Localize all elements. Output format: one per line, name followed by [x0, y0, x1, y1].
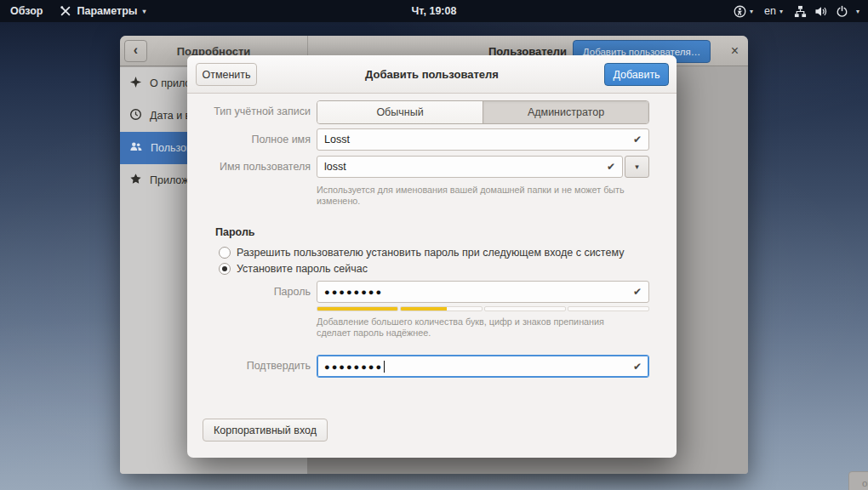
add-user-dialog: Добавить пользователя Отменить Добавить …	[187, 55, 677, 458]
confirm-password-value: ●●●●●●●●	[324, 362, 383, 372]
strength-segment	[568, 306, 649, 311]
chevron-down-icon: ▾	[779, 8, 783, 15]
username-label: Имя пользователя	[187, 161, 311, 173]
password-input[interactable]: ●●●●●●●● ✔	[317, 281, 649, 303]
check-icon: ✔	[633, 134, 642, 145]
username-input[interactable]: losst ✔	[317, 156, 623, 178]
sparkle-icon	[129, 76, 142, 91]
app-menu[interactable]: Параметры ▾	[60, 5, 146, 17]
volume-icon	[814, 5, 828, 18]
account-type-toggle: Обычный Администратор	[317, 100, 649, 124]
account-type-standard[interactable]: Обычный	[317, 101, 483, 123]
password-strength-meter	[317, 306, 649, 311]
clock-icon	[129, 108, 142, 123]
radio-set-at-next-login-label[interactable]: Разрешить пользователю установить пароль…	[237, 247, 624, 259]
radio-set-password-now[interactable]	[219, 263, 231, 275]
username-hint: Используется для именования вашей домашн…	[317, 185, 649, 207]
chevron-down-icon: ▾	[635, 162, 639, 171]
power-icon	[836, 5, 848, 18]
radio-set-password-now-label[interactable]: Установите пароль сейчас	[237, 263, 368, 275]
cancel-button[interactable]: Отменить	[196, 63, 257, 86]
keyboard-layout-label: en	[764, 5, 776, 17]
system-status-menu[interactable]: ▾	[794, 5, 859, 18]
strength-segment	[400, 306, 482, 311]
check-icon: ✔	[607, 161, 615, 173]
accessibility-icon	[734, 5, 746, 18]
star-icon	[129, 173, 142, 188]
dialog-title: Добавить пользователя	[187, 55, 677, 93]
strength-segment	[484, 306, 566, 311]
chevron-down-icon: ▾	[856, 8, 859, 15]
keyboard-layout-menu[interactable]: en ▾	[764, 5, 783, 17]
username-value: losst	[324, 161, 346, 173]
desktop: { "topbar": { "activities": "Обзор", "ap…	[0, 0, 868, 490]
dialog-header-bar: Добавить пользователя Отменить Добавить	[187, 55, 677, 94]
password-hint: Добавление большего количества букв, циф…	[317, 316, 636, 339]
radio-set-at-next-login[interactable]	[219, 247, 231, 259]
top-bar: Обзор Параметры ▾ Чт, 19:08 ▾	[0, 0, 868, 22]
text-cursor	[384, 361, 385, 373]
chevron-down-icon: ▾	[142, 8, 146, 15]
check-icon: ✔	[633, 286, 642, 298]
full-name-input[interactable]: Losst ✔	[317, 128, 649, 151]
accessibility-menu[interactable]: ▾	[734, 5, 753, 18]
full-name-label: Полное имя	[187, 134, 311, 145]
confirm-password-input[interactable]: ●●●●●●●● ✔	[317, 355, 649, 378]
activities-button[interactable]: Обзор	[9, 5, 44, 17]
password-section-title: Пароль	[215, 226, 255, 238]
password-label: Пароль	[187, 286, 311, 298]
check-icon: ✔	[633, 361, 642, 373]
settings-tools-icon	[60, 5, 71, 17]
account-type-label: Тип учётной записи	[187, 105, 311, 117]
clock[interactable]: Чт, 19:08	[412, 5, 457, 17]
close-icon[interactable]: ×	[731, 36, 739, 66]
network-wired-icon	[794, 5, 807, 18]
username-dropdown-button[interactable]: ▾	[625, 156, 649, 178]
users-icon	[129, 140, 143, 156]
confirm-label: Подтвердить	[187, 360, 311, 372]
remove-user-button[interactable]: ователя…	[848, 471, 868, 490]
password-value: ●●●●●●●●	[324, 287, 383, 297]
account-type-admin[interactable]: Администратор	[483, 101, 648, 123]
chevron-down-icon: ▾	[750, 8, 753, 15]
strength-segment	[317, 306, 398, 311]
app-menu-label: Параметры	[77, 5, 137, 17]
enterprise-login-button[interactable]: Корпоративный вход	[203, 419, 328, 442]
add-button[interactable]: Добавить	[604, 63, 669, 86]
full-name-value: Losst	[324, 134, 350, 145]
dialog-body: Тип учётной записи Обычный Администратор…	[187, 94, 677, 458]
